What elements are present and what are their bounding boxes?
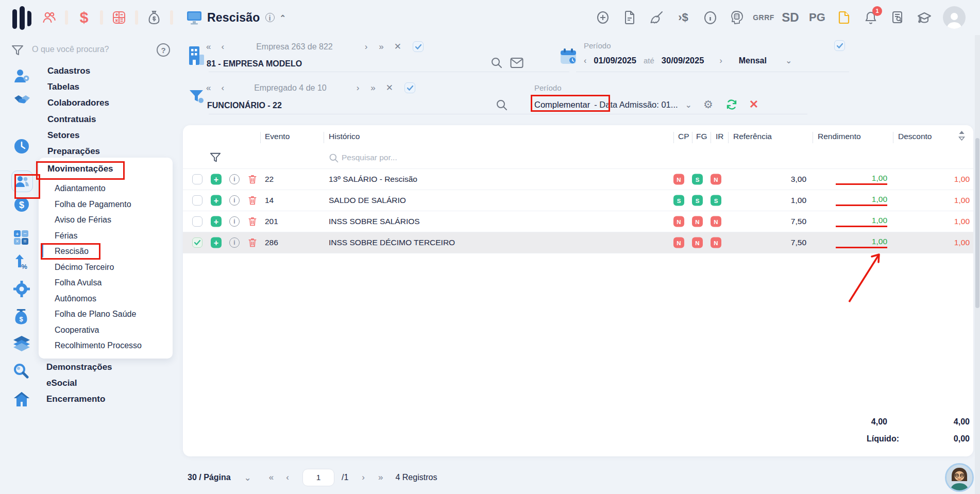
submenu-item-ferias[interactable]: Férias [55, 231, 173, 241]
document-search-icon[interactable] [884, 11, 911, 24]
rail-layers-icon[interactable] [13, 336, 30, 351]
period-mode[interactable]: Mensal [739, 56, 767, 65]
submenu-item-adiantamento[interactable]: Adiantamento [55, 184, 173, 193]
col-desconto[interactable]: Desconto [898, 132, 932, 141]
add-event-button[interactable]: + [211, 237, 222, 248]
graduation-cap-icon[interactable] [911, 11, 938, 24]
col-ir[interactable]: IR [716, 132, 724, 141]
head-calculator-icon[interactable] [723, 10, 750, 25]
row-checkbox[interactable] [192, 174, 202, 184]
sidebar-item-tabelas[interactable]: Tabelas [47, 82, 176, 92]
settings-gear-icon[interactable]: ⚙ [703, 98, 713, 111]
clear-employee-button[interactable]: ✕ [386, 82, 393, 93]
col-evento[interactable]: Evento [265, 132, 290, 141]
money-transfer-icon[interactable]: ›$ [670, 11, 697, 24]
last-page-button[interactable]: » [378, 472, 382, 483]
sort-icon[interactable] [958, 130, 965, 141]
first-company-button[interactable]: « [206, 42, 210, 52]
next-company-button[interactable]: › [365, 42, 368, 52]
next-period-button[interactable]: › [719, 56, 722, 65]
support-avatar[interactable] [945, 463, 974, 492]
delete-row-icon[interactable] [248, 216, 257, 227]
row-info-icon[interactable]: i [229, 195, 240, 206]
delete-row-icon[interactable] [248, 174, 257, 184]
prev-page-button[interactable]: ‹ [286, 472, 289, 483]
prev-period-button[interactable]: ‹ [584, 56, 586, 65]
period-mode-chevron-icon[interactable]: ⌄ [785, 56, 792, 65]
help-icon[interactable]: ? [157, 43, 170, 57]
page-size-select[interactable]: 30 / Página [188, 473, 231, 482]
submenu-item-folha-plano-saude[interactable]: Folha de Plano Saúde [55, 310, 173, 319]
info-circle-icon[interactable] [697, 11, 723, 25]
col-fg[interactable]: FG [696, 132, 707, 141]
envelope-icon[interactable] [510, 57, 523, 69]
add-circle-icon[interactable] [589, 11, 616, 24]
scrollbar-track[interactable] [975, 35, 980, 494]
last-employee-button[interactable]: » [370, 83, 374, 93]
sidebar-item-cadastros[interactable]: Cadastros [47, 66, 176, 76]
pg-button[interactable]: PG [804, 11, 831, 24]
col-historico[interactable]: Histórico [329, 132, 360, 141]
cancel-x-icon[interactable]: ✕ [749, 98, 758, 111]
moneybag-module-icon[interactable] [145, 10, 163, 25]
submenu-item-autonomos[interactable]: Autônomos [55, 294, 173, 303]
last-company-button[interactable]: » [379, 42, 382, 52]
sidebar-item-esocial[interactable]: eSocial [46, 378, 175, 388]
submenu-item-recolhimento-processo[interactable]: Recolhimento Processo [55, 341, 173, 350]
row-info-icon[interactable]: i [229, 216, 240, 227]
row-info-icon[interactable]: i [229, 237, 240, 248]
rail-clock-icon[interactable] [13, 138, 30, 155]
table-row[interactable]: + i 14 SALDO DE SALÁRIO S S S 1,00 1,00 … [183, 190, 973, 211]
sidebar-item-contratuais[interactable]: Contratuais [47, 114, 176, 125]
rail-calculator-icon[interactable]: +−×= [13, 230, 29, 245]
rail-home-icon[interactable] [13, 391, 30, 407]
document-icon[interactable] [616, 11, 643, 24]
delete-row-icon[interactable] [248, 237, 257, 248]
calculator-module-icon[interactable] [110, 11, 128, 24]
next-employee-button[interactable]: › [357, 83, 360, 93]
note-document-icon[interactable] [831, 11, 857, 24]
delete-row-icon[interactable] [248, 195, 257, 206]
col-cp[interactable]: CP [678, 132, 689, 141]
refresh-icon[interactable] [725, 98, 738, 111]
add-event-button[interactable]: + [211, 216, 222, 227]
period2-value[interactable]: Complementar [534, 100, 590, 110]
first-page-button[interactable]: « [269, 472, 273, 483]
page-size-chevron-icon[interactable]: ⌄ [244, 472, 251, 483]
submenu-item-cooperativa[interactable]: Cooperativa [55, 326, 173, 335]
prev-employee-button[interactable]: ‹ [221, 83, 224, 93]
submenu-item-decimo-terceiro[interactable]: Décimo Terceiro [55, 263, 173, 272]
filter-funnel-icon[interactable] [11, 44, 24, 57]
submenu-item-rescisao[interactable]: Rescisão [55, 247, 173, 256]
submenu-item-aviso-ferias[interactable]: Aviso de Férias [55, 215, 173, 225]
rail-dollar-icon[interactable]: $ [13, 196, 30, 213]
add-event-button[interactable]: + [211, 174, 222, 185]
table-funnel-icon[interactable] [210, 152, 221, 163]
people-module-icon[interactable] [40, 11, 58, 24]
title-info-icon[interactable]: i [265, 13, 275, 22]
table-row[interactable]: + i 22 13º SALÁRIO - Rescisão N S N 3,00… [183, 168, 973, 190]
col-rendimento[interactable]: Rendimento [818, 132, 861, 141]
rail-gear-target-icon[interactable] [13, 281, 30, 297]
broom-icon[interactable] [643, 11, 670, 24]
submenu-item-folha-pagamento[interactable]: Folha de Pagamento [55, 200, 173, 209]
grrf-button[interactable]: GRRF [750, 13, 777, 22]
row-checkbox[interactable] [192, 195, 202, 206]
rail-search-icon[interactable] [13, 363, 29, 379]
row-checkbox[interactable] [192, 237, 202, 248]
rail-moneybag-icon[interactable]: $ [13, 308, 29, 326]
company-filter-checkbox[interactable] [413, 41, 424, 52]
dollar-module-icon[interactable]: $ [75, 9, 93, 26]
global-search[interactable]: O que você procura? ? [0, 40, 179, 61]
sidebar-item-preparacoes[interactable]: Preparações [47, 146, 176, 157]
period-end-date[interactable]: 30/09/2025 [662, 56, 704, 65]
scrollbar-thumb[interactable] [975, 138, 979, 308]
user-avatar[interactable] [943, 6, 966, 29]
clear-company-button[interactable]: ✕ [394, 41, 401, 52]
table-row[interactable]: + i 201 INSS SOBRE SALÁRIOS N N N 7,50 1… [183, 211, 973, 232]
employee-search-icon[interactable] [496, 99, 508, 111]
rail-person-gear-icon[interactable] [13, 68, 30, 83]
period-start-date[interactable]: 01/09/2025 [594, 56, 636, 65]
rail-people-icon-active[interactable] [11, 171, 33, 192]
submenu-item-folha-avulsa[interactable]: Folha Avulsa [55, 278, 173, 287]
